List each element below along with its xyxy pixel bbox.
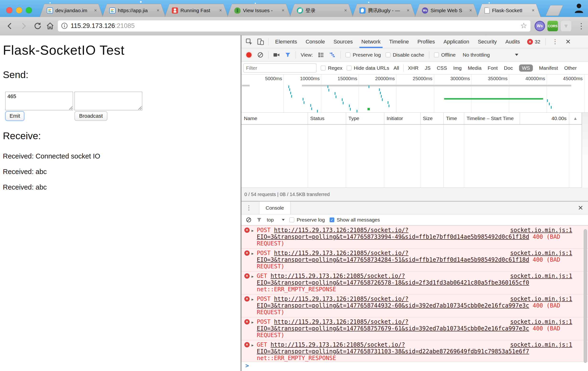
request-url-link[interactable]: http://115.29.173.126:21085/socket.io/? — [274, 227, 409, 233]
request-url-link[interactable]: http://115.29.173.126:21085/socket.io/? — [271, 273, 405, 279]
tab-profiles[interactable]: Profiles — [417, 35, 435, 48]
filter-type-xhr[interactable]: XHR — [408, 65, 418, 71]
tab-application[interactable]: Application — [444, 35, 469, 48]
request-query-link[interactable]: EIO=3&transport=polling&t=1477658731103-… — [257, 348, 529, 355]
disable-cache-checkbox[interactable] — [386, 53, 390, 57]
inspect-element-icon[interactable] — [245, 38, 253, 46]
expand-triangle-icon[interactable] — [252, 296, 254, 303]
request-query-link[interactable]: EIO=3&transport=polling&t=1477658744932-… — [257, 302, 529, 309]
filter-funnel-icon[interactable] — [285, 52, 291, 58]
browser-tab[interactable]: 登录× — [290, 4, 353, 17]
devtools-close-icon[interactable]: ✕ — [565, 38, 571, 46]
device-toolbar-icon[interactable] — [257, 38, 264, 46]
console-prompt[interactable] — [242, 361, 588, 371]
throttling-select[interactable]: No throttling — [463, 52, 518, 58]
request-query-link[interactable]: EIO=3&transport=polling&t=1477658733994-… — [257, 233, 529, 240]
filter-type-font[interactable]: Font — [488, 65, 498, 71]
console-error-message[interactable]: socket.io.min.js:1POST http://115.29.173… — [242, 248, 588, 271]
column-header-time[interactable]: Time — [444, 113, 464, 124]
offline-checkbox[interactable] — [434, 53, 439, 57]
table-scrollbar-gutter[interactable] — [582, 113, 588, 188]
tab-console[interactable]: Console — [306, 35, 325, 48]
filter-type-media[interactable]: Media — [468, 65, 481, 71]
browser-tab[interactable]: WsSimple Web S× — [415, 4, 478, 17]
request-query-link[interactable]: EIO=3&transport=polling&t=1477658757679-… — [257, 325, 529, 332]
sort-ascending-icon[interactable]: ▲ — [573, 116, 578, 121]
console-preserve-log-option[interactable]: Preserve log — [289, 217, 325, 223]
new-tab-button[interactable] — [546, 5, 563, 16]
view-waterfall-icon[interactable] — [329, 52, 336, 58]
hide-data-urls-option[interactable]: Hide data URLs — [347, 65, 389, 71]
browser-tab[interactable]: View Issues - × — [227, 4, 291, 17]
error-count-badge[interactable]: 32 — [527, 39, 540, 45]
console-source-link[interactable]: socket.io.min.js:1 — [510, 296, 572, 302]
record-icon[interactable] — [246, 52, 252, 58]
console-error-message[interactable]: socket.io.min.js:1POST http://115.29.173… — [242, 294, 588, 317]
clear-icon[interactable] — [257, 52, 263, 58]
browser-tab[interactable]: https://app.jia× — [102, 4, 166, 17]
filter-input[interactable] — [243, 64, 316, 73]
preserve-log-option[interactable]: Preserve log — [346, 52, 381, 58]
disable-cache-option[interactable]: Disable cache — [386, 52, 424, 58]
expand-triangle-icon[interactable] — [252, 342, 254, 349]
drawer-close-icon[interactable]: ✕ — [578, 204, 583, 212]
tab-network[interactable]: Network — [361, 35, 381, 48]
filter-type-other[interactable]: Other — [564, 65, 577, 71]
column-header-size[interactable]: Size — [420, 113, 444, 124]
console-source-link[interactable]: socket.io.min.js:1 — [510, 250, 572, 256]
forward-icon[interactable] — [20, 22, 28, 30]
filter-type-css[interactable]: CSS — [437, 65, 447, 71]
browser-tab[interactable]: Flask-SocketI× — [477, 4, 541, 17]
console-source-link[interactable]: socket.io.min.js:1 — [510, 227, 572, 233]
minimize-window-button[interactable] — [16, 7, 22, 13]
filter-type-manifest[interactable]: Manifest — [539, 65, 558, 71]
expand-triangle-icon[interactable] — [252, 273, 254, 280]
request-query-link[interactable]: EIO=3&transport=polling&t=1477658734284-… — [257, 256, 529, 263]
console-error-message[interactable]: socket.io.min.js:1GET http://115.29.173.… — [242, 340, 588, 361]
expand-triangle-icon[interactable] — [252, 319, 254, 326]
console-filter-icon[interactable] — [256, 217, 262, 223]
back-icon[interactable] — [5, 22, 14, 30]
address-bar[interactable]: 115.29.173.126:21085 ☆ — [58, 20, 530, 32]
filmstrip-camera-icon[interactable] — [273, 52, 280, 58]
view-list-icon[interactable] — [318, 52, 324, 58]
close-tab-icon[interactable]: × — [344, 8, 347, 13]
filter-type-all[interactable]: All — [394, 65, 399, 71]
browser-tab[interactable]: Running Fast× — [165, 4, 228, 17]
request-url-link[interactable]: http://115.29.173.126:21085/socket.io/? — [274, 296, 409, 302]
regex-checkbox[interactable] — [321, 66, 326, 70]
console-source-link[interactable]: socket.io.min.js:1 — [510, 273, 572, 279]
tab-security[interactable]: Security — [478, 35, 497, 48]
tab-elements[interactable]: Elements — [275, 35, 297, 48]
console-source-link[interactable]: socket.io.min.js:1 — [510, 318, 572, 325]
emit-textarea[interactable]: 465 — [5, 92, 73, 110]
close-tab-icon[interactable]: × — [219, 8, 222, 13]
broadcast-button[interactable]: Broadcast — [74, 111, 107, 121]
emit-button[interactable]: Emit — [5, 111, 24, 121]
filter-type-ws[interactable]: WS — [519, 64, 533, 72]
close-tab-icon[interactable]: × — [407, 8, 410, 13]
sort-direction-column[interactable]: ▲ — [569, 113, 582, 124]
tab-timeline[interactable]: Timeline — [389, 35, 409, 48]
network-overview[interactable]: 5000ms10000ms15000ms20000ms25000ms30000m… — [242, 74, 588, 113]
browser-tab[interactable]: dev.jiandao.im× — [40, 4, 103, 17]
console-preserve-log-checkbox[interactable] — [289, 217, 294, 222]
column-header-initiator[interactable]: Initiator — [384, 113, 420, 124]
show-all-messages-option[interactable]: Show all messages — [330, 217, 380, 223]
column-header-status[interactable]: Status — [308, 113, 346, 124]
hide-data-urls-checkbox[interactable] — [347, 66, 352, 70]
console-source-link[interactable]: socket.io.min.js:1 — [510, 341, 572, 348]
close-tab-icon[interactable]: × — [532, 8, 535, 13]
extension-disabled-icon[interactable]: ▼ — [561, 21, 571, 31]
drawer-menu-icon[interactable]: ⋮ — [246, 204, 252, 212]
home-icon[interactable] — [46, 22, 54, 30]
request-url-link[interactable]: http://115.29.173.126:21085/socket.io/? — [274, 250, 409, 256]
expand-triangle-icon[interactable] — [252, 250, 254, 257]
execution-context-select[interactable]: top — [267, 217, 285, 223]
column-header-name[interactable]: Name — [242, 113, 308, 124]
column-header-timeline[interactable]: Timeline – Start Time40.00s — [464, 113, 569, 124]
console-scrollbar[interactable] — [584, 229, 587, 363]
console-clear-icon[interactable] — [246, 217, 252, 223]
preserve-log-checkbox[interactable] — [346, 53, 350, 57]
close-tab-icon[interactable]: × — [282, 8, 284, 13]
